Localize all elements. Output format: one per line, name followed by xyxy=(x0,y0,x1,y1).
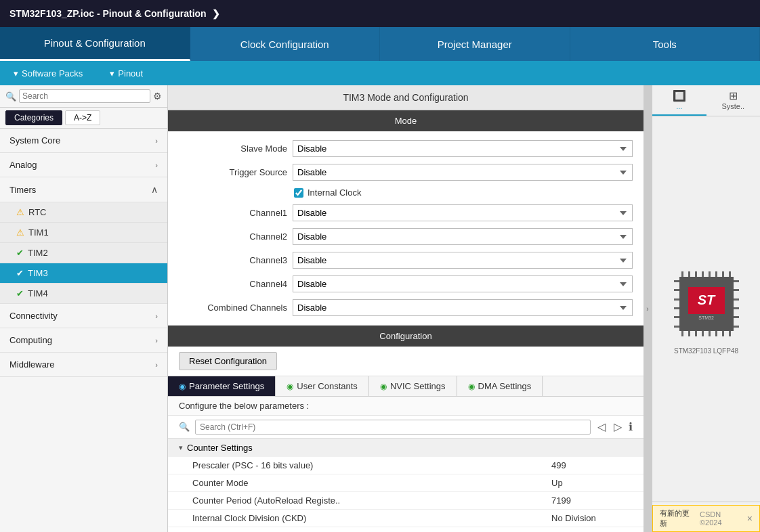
sidebar: 🔍 ⚙ Categories A->Z System Core › Analog… xyxy=(0,85,168,532)
pin xyxy=(709,331,711,336)
tab-pinout-config[interactable]: Pinout & Configuration xyxy=(0,27,190,61)
chip-container: ST STM32 xyxy=(659,116,754,502)
panel-title: TIM3 Mode and Configuration xyxy=(168,85,643,110)
pin xyxy=(695,331,697,336)
tab-system-view[interactable]: ⊞ Syste.. xyxy=(706,85,761,116)
channel4-select[interactable]: Disable xyxy=(293,275,633,292)
dma-tab-check: ◉ xyxy=(468,382,475,391)
middleware-chevron: › xyxy=(155,361,158,369)
sidebar-search-bar: 🔍 ⚙ xyxy=(0,85,167,108)
mode-section-header: Mode xyxy=(168,110,643,131)
sidebar-item-tim1[interactable]: ⚠ TIM1 xyxy=(0,223,167,243)
param-row-counter-mode: Counter Mode Up xyxy=(168,474,643,492)
combined-channels-select[interactable]: Disable xyxy=(293,299,633,316)
sub-nav: ▾ Software Packs ▾ Pinout xyxy=(0,61,760,85)
tab-clock-config[interactable]: Clock Configuration xyxy=(190,27,381,61)
sidebar-search-input[interactable] xyxy=(19,89,150,103)
slave-mode-select[interactable]: Disable xyxy=(293,140,633,157)
channel4-row: Channel4 Disable xyxy=(179,272,633,296)
chip-sub-label: STM32 xyxy=(698,315,714,321)
pin xyxy=(722,271,724,277)
gear-icon[interactable]: ⚙ xyxy=(153,91,162,102)
chip-view-icon: 🔲 xyxy=(655,89,704,102)
computing-chevron: › xyxy=(155,336,158,345)
sidebar-item-tim3[interactable]: ✔ TIM3 xyxy=(0,263,167,284)
sidebar-item-system-core[interactable]: System Core › xyxy=(0,129,167,153)
tab-parameter-settings[interactable]: ◉ Parameter Settings xyxy=(168,376,276,396)
channel1-select[interactable]: Disable xyxy=(293,204,633,221)
slave-mode-row: Slave Mode Disable xyxy=(179,137,633,160)
pin xyxy=(688,331,690,336)
tab-project-manager[interactable]: Project Manager xyxy=(380,27,570,61)
st-logo: ST xyxy=(698,292,715,308)
update-close-button[interactable]: × xyxy=(747,513,753,524)
param-row-prescaler: Prescaler (PSC - 16 bits value) 499 xyxy=(168,457,643,474)
counter-settings-group[interactable]: ▾ Counter Settings xyxy=(168,439,643,457)
tim3-status-icon: ✔ xyxy=(16,268,24,278)
tim2-status-icon: ✔ xyxy=(16,248,24,258)
chip-pins-top xyxy=(679,271,734,277)
trigger-source-label: Trigger Source xyxy=(179,167,287,177)
param-forward-icon[interactable]: ▷ xyxy=(612,419,623,435)
sidebar-item-connectivity[interactable]: Connectivity › xyxy=(0,304,167,328)
reset-btn-row: Reset Configuration xyxy=(168,347,643,376)
pin xyxy=(674,316,679,318)
param-info-icon[interactable]: ℹ xyxy=(629,420,633,433)
sidebar-item-middleware[interactable]: Middleware › xyxy=(0,353,167,377)
reset-configuration-button[interactable]: Reset Configuration xyxy=(179,352,277,370)
pin xyxy=(674,298,679,301)
param-back-icon[interactable]: ◁ xyxy=(596,419,607,435)
sidebar-item-tim2[interactable]: ✔ TIM2 xyxy=(0,243,167,263)
sidebar-item-tim4[interactable]: ✔ TIM4 xyxy=(0,284,167,304)
right-panel-collapse-handle[interactable]: › xyxy=(643,85,652,532)
pinout-chevron: ▾ xyxy=(110,68,114,79)
pin xyxy=(729,271,731,277)
channel1-row: Channel1 Disable xyxy=(179,201,633,225)
param-search-bar: 🔍 ◁ ▷ ℹ xyxy=(168,416,643,439)
param-header: Configure the below parameters : xyxy=(168,397,643,416)
sub-nav-software-packs[interactable]: ▾ Software Packs xyxy=(14,68,83,79)
tab-chip-view[interactable]: 🔲 ... xyxy=(652,85,706,116)
sidebar-item-computing[interactable]: Computing › xyxy=(0,328,167,353)
sidebar-item-timers[interactable]: Timers ∧ xyxy=(0,177,167,202)
main-content: 🔍 ⚙ Categories A->Z System Core › Analog… xyxy=(0,85,760,532)
tab-categories[interactable]: Categories xyxy=(5,110,62,125)
param-row-clock-division: Internal Clock Division (CKD) No Divisio… xyxy=(168,510,643,527)
sidebar-list: System Core › Analog › Timers ∧ ⚠ RTC ⚠ xyxy=(0,129,167,532)
software-packs-chevron: ▾ xyxy=(14,68,18,79)
pin xyxy=(681,271,683,277)
pin xyxy=(702,331,704,336)
param-search-input[interactable] xyxy=(195,420,591,435)
system-view-icon: ⊞ xyxy=(709,89,758,102)
combined-channels-label: Combined Channels xyxy=(179,303,287,313)
config-section: Configuration Reset Configuration ◉ Para… xyxy=(168,326,643,532)
chip-pins-right xyxy=(734,277,739,331)
pin xyxy=(688,271,690,277)
pin xyxy=(695,271,697,277)
slave-mode-label: Slave Mode xyxy=(179,143,287,154)
timers-sub-items: ⚠ RTC ⚠ TIM1 ✔ TIM2 ✔ TIM3 ✔ TIM4 xyxy=(0,202,167,304)
tab-tools[interactable]: Tools xyxy=(570,27,761,61)
pin xyxy=(729,331,731,336)
chip-diagram: ST STM32 xyxy=(666,263,747,345)
sidebar-item-rtc[interactable]: ⚠ RTC xyxy=(0,202,167,223)
param-tab-check: ◉ xyxy=(179,382,186,391)
chip-pins-bottom xyxy=(679,331,734,336)
pin xyxy=(715,331,717,336)
tab-nvic-settings[interactable]: ◉ NVIC Settings xyxy=(369,376,457,396)
trigger-source-select[interactable]: Disable xyxy=(293,164,633,181)
channel3-select[interactable]: Disable xyxy=(293,252,633,269)
sidebar-item-analog[interactable]: Analog › xyxy=(0,153,167,177)
tab-az[interactable]: A->Z xyxy=(65,110,100,125)
pin xyxy=(715,271,717,277)
tab-user-constants[interactable]: ◉ User Constants xyxy=(276,376,369,396)
tab-dma-settings[interactable]: ◉ DMA Settings xyxy=(457,376,543,396)
channel2-select[interactable]: Disable xyxy=(293,228,633,245)
pin xyxy=(674,326,679,328)
channel3-label: Channel3 xyxy=(179,255,287,265)
internal-clock-checkbox[interactable] xyxy=(294,188,303,198)
analog-chevron: › xyxy=(155,161,158,169)
pin xyxy=(734,298,739,301)
sub-nav-pinout[interactable]: ▾ Pinout xyxy=(110,68,143,79)
pin xyxy=(734,326,739,328)
